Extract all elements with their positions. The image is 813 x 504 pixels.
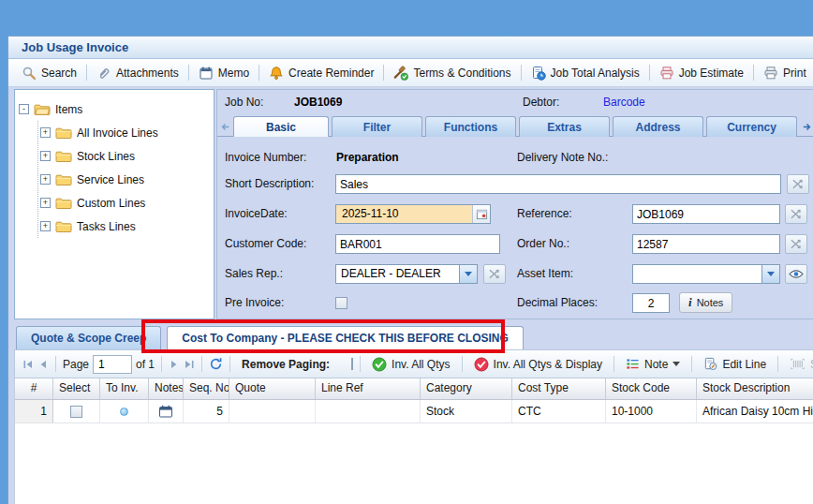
remove-paging-label: Remove Paging: [242, 358, 330, 371]
column-header-stock-description[interactable]: Stock Description [697, 378, 813, 399]
tree-node-stock-lines[interactable]: + Stock Lines [40, 144, 210, 168]
lookup-shuffle-button[interactable] [483, 264, 506, 284]
tree-node-label[interactable]: Service Lines [77, 173, 144, 186]
previous-page-button[interactable] [37, 355, 49, 374]
create-reminder-button[interactable]: Create Reminder [261, 62, 381, 84]
edit-line-button[interactable]: Edit Line [699, 357, 771, 371]
job-estimate-button[interactable]: Job Estimate [652, 62, 751, 84]
line-ref-cell [316, 400, 421, 422]
search-button[interactable]: Search [14, 62, 84, 84]
collapse-icon[interactable]: - [19, 104, 29, 114]
tree-node-label[interactable]: Items [55, 103, 82, 116]
column-header-num[interactable]: # [15, 378, 53, 399]
tab-scroll-left-button[interactable] [218, 118, 232, 135]
reference-input[interactable] [632, 204, 780, 224]
tab-functions[interactable]: Functions [425, 116, 516, 137]
expand-icon[interactable]: + [40, 151, 51, 161]
job-total-analysis-button[interactable]: Job Total Analysis [524, 62, 647, 84]
sales-rep-label: Sales Rep.: [225, 264, 283, 284]
column-header-stock-code[interactable]: Stock Code [606, 378, 697, 399]
toolbar-separator [613, 356, 614, 372]
column-header-seq-no[interactable]: Seq. No. [184, 378, 229, 399]
memo-button[interactable]: Memo [191, 62, 257, 84]
page-number-input[interactable] [93, 355, 132, 374]
lookup-shuffle-button[interactable] [785, 204, 807, 224]
chevron-down-icon [673, 362, 680, 366]
column-header-notes[interactable]: Notes [149, 378, 184, 399]
column-header-quote[interactable]: Quote [229, 378, 316, 399]
print-button[interactable]: Print [756, 62, 813, 84]
notes-cell [149, 400, 184, 422]
asset-item-dropdown[interactable] [632, 264, 780, 284]
tree-node-service-lines[interactable]: + Service Lines [40, 168, 210, 191]
debtor-link[interactable]: Barcode [603, 93, 645, 112]
tab-currency[interactable]: Currency [706, 116, 797, 137]
next-page-button[interactable] [169, 355, 180, 374]
terms-conditions-button[interactable]: Terms & Conditions [386, 62, 518, 84]
chevron-down-icon[interactable] [459, 265, 477, 283]
expand-icon[interactable]: + [40, 127, 51, 138]
view-asset-button[interactable] [785, 264, 807, 284]
tree-node-all-invoice-lines[interactable]: + All Invoice Lines [40, 121, 210, 144]
inv-all-qtys-label: Inv. All Qtys [392, 358, 450, 371]
tree-children: + All Invoice Lines + Stock Lines + Serv… [37, 121, 210, 238]
tree-node-label[interactable]: Custom Lines [77, 197, 145, 210]
note-dropdown-button[interactable]: Note [621, 357, 685, 371]
expand-icon[interactable]: + [40, 174, 51, 185]
tree-node-tasks-lines[interactable]: + Tasks Lines [40, 215, 210, 238]
short-description-input[interactable] [335, 174, 781, 194]
red-check-icon [474, 357, 489, 372]
invoice-date-field[interactable]: 2025-11-10 [335, 204, 491, 224]
tree-node-label[interactable]: Tasks Lines [77, 220, 136, 233]
inv-all-qtys-button[interactable]: Inv. All Qtys [367, 357, 454, 372]
pre-invoice-checkbox[interactable] [335, 297, 347, 309]
decimal-places-input[interactable] [632, 293, 670, 313]
notes-button[interactable]: i Notes [679, 292, 732, 313]
date-picker-button[interactable] [472, 205, 490, 223]
row-select-checkbox[interactable] [70, 406, 82, 418]
attachments-button[interactable]: Attachments [89, 62, 186, 84]
tab-extras[interactable]: Extras [519, 116, 610, 137]
chevron-down-icon[interactable] [761, 265, 779, 283]
column-header-cost-type[interactable]: Cost Type [512, 378, 606, 399]
column-header-select[interactable]: Select [53, 378, 100, 399]
tab-scroll-right-button[interactable] [800, 118, 813, 135]
refresh-button[interactable] [209, 355, 223, 374]
last-page-button[interactable] [184, 355, 195, 374]
first-page-button[interactable] [22, 355, 34, 374]
lookup-shuffle-button[interactable] [787, 174, 809, 194]
column-header-line-ref[interactable]: Line Ref [316, 378, 421, 399]
lookup-shuffle-button[interactable] [785, 234, 807, 254]
serial-no-button: Serial No. [785, 358, 813, 371]
tree-node-label[interactable]: All Invoice Lines [77, 126, 158, 140]
tree-node-label[interactable]: Stock Lines [77, 150, 135, 163]
column-header-to-inv[interactable]: To Inv. [100, 378, 149, 399]
delivery-note-label: Delivery Note No.: [517, 148, 608, 168]
select-cell [53, 400, 100, 422]
tab-basic[interactable]: Basic [233, 116, 329, 137]
column-header-category[interactable]: Category [421, 378, 512, 399]
expand-icon[interactable]: + [40, 221, 51, 231]
tab-cost-to-company[interactable]: Cost To Company - PLEASE CHECK THIS BEFO… [167, 326, 523, 349]
inv-all-qtys-display-button[interactable]: Inv. All Qtys & Display [469, 357, 607, 372]
remove-paging-checkbox[interactable] [351, 358, 353, 370]
green-check-icon [372, 357, 387, 372]
table-row[interactable]: 1 5 Stock CTC 10-1000 African Daisy 10cm… [15, 400, 813, 423]
gavel-check-icon [393, 66, 408, 81]
grid-header-row: # Select To Inv. Notes Seq. No. Quote Li… [15, 378, 813, 400]
tree-node-items[interactable]: - Items [19, 97, 210, 121]
expand-icon[interactable]: + [40, 198, 51, 208]
tree-node-custom-lines[interactable]: + Custom Lines [40, 191, 210, 215]
invoice-date-value[interactable]: 2025-11-10 [336, 205, 472, 223]
tab-address[interactable]: Address [613, 116, 703, 137]
bell-icon [269, 66, 284, 81]
to-inv-indicator-icon[interactable] [120, 408, 128, 416]
sales-rep-dropdown[interactable]: DEALER - DEALER [335, 264, 478, 284]
tab-quote-scope-creep[interactable]: Quote & Scope Creep [16, 326, 161, 349]
order-no-input[interactable] [632, 234, 780, 254]
toolbar-separator [86, 65, 87, 81]
stock-code-cell: 10-1000 [606, 400, 697, 422]
customer-code-input[interactable] [335, 234, 500, 254]
tab-filter[interactable]: Filter [332, 116, 422, 137]
notes-calendar-icon[interactable] [158, 405, 173, 418]
